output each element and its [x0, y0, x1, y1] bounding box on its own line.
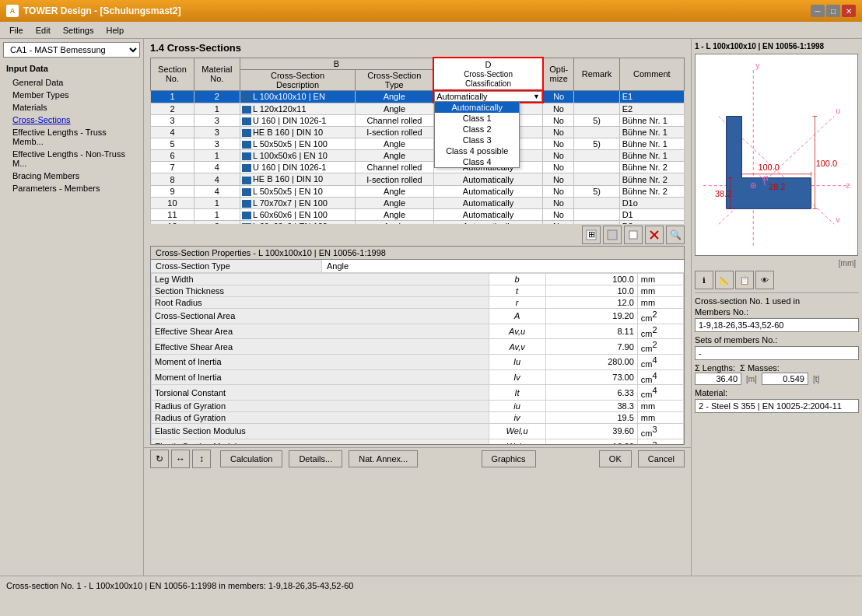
- table-cell-mat: 3: [194, 127, 240, 138]
- table-cell-remark: [574, 173, 619, 185]
- ok-button[interactable]: OK: [599, 450, 632, 467]
- table-cell-type: Channel rolled: [356, 162, 433, 173]
- prop-symbol: A: [489, 309, 545, 324]
- dropdown-option[interactable]: Class 4: [435, 156, 519, 167]
- lengths-unit: [m]: [746, 375, 757, 383]
- close-button[interactable]: ✕: [842, 5, 856, 17]
- table-cell-classif[interactable]: Automatically: [433, 197, 543, 208]
- minimize-button[interactable]: ─: [811, 5, 825, 17]
- mm-label: [mm]: [695, 259, 859, 268]
- table-cell-no: 7: [151, 162, 194, 173]
- rotate-button[interactable]: ↻: [150, 450, 169, 468]
- svg-text:y: y: [755, 61, 760, 70]
- table-cell-classif[interactable]: Automatically: [433, 185, 543, 197]
- table-cell-classif[interactable]: Automatically: [433, 208, 543, 220]
- menu-help[interactable]: Help: [100, 24, 130, 37]
- sidebar-item-cross-sections[interactable]: Cross-Sections: [0, 114, 143, 126]
- table-cell-desc: L 120x120x11: [240, 103, 355, 115]
- table-cell-comment: Bühne Nr. 2: [619, 185, 684, 197]
- flip-h-button[interactable]: ↔: [171, 450, 190, 468]
- table-cell-type: Angle: [356, 150, 433, 162]
- table-cell-mat: 1: [194, 103, 240, 115]
- sidebar-item-eff-lengths-nontruss[interactable]: Effective Lengths - Non-Truss M...: [0, 148, 143, 170]
- prop-unit: mm: [637, 274, 683, 285]
- cross-section-diagram: 100.0 38.2 100.0 28.2 z y: [695, 54, 858, 256]
- main-container: CA1 - MAST Bemessung Input Data General …: [0, 39, 862, 576]
- svg-text:z: z: [846, 180, 850, 190]
- prop-unit: mm: [637, 297, 683, 309]
- col-b-header: MaterialNo.: [194, 58, 240, 90]
- filter-button[interactable]: 🔍: [666, 226, 685, 244]
- maximize-button[interactable]: □: [826, 5, 840, 17]
- prop-value: 280.00: [545, 354, 637, 369]
- menu-settings[interactable]: Settings: [57, 24, 100, 37]
- table-cell-type: Angle: [356, 103, 433, 115]
- prop-unit: mm: [637, 285, 683, 297]
- sidebar-item-materials[interactable]: Materials: [0, 101, 143, 114]
- svg-text:v: v: [836, 215, 840, 224]
- lengths-values-row: 36.40 [m] 0.549 [t]: [695, 373, 859, 385]
- delete-button[interactable]: [645, 226, 664, 244]
- prop-label: Leg Width: [152, 274, 489, 285]
- cs-view-button[interactable]: 📋: [735, 271, 754, 289]
- right-toolbar: ℹ 📐 📋 👁: [695, 271, 859, 289]
- menu-edit[interactable]: Edit: [30, 24, 57, 37]
- table-cell-type: Angle: [356, 208, 433, 220]
- dropdown-option[interactable]: Class 3: [435, 135, 519, 145]
- right-panel-title: 1 - L 100x100x10 | EN 10056-1:1998: [695, 42, 859, 51]
- ca-select[interactable]: CA1 - MAST Bemessung: [3, 42, 140, 58]
- table-cell-comment: D1: [619, 208, 684, 220]
- sidebar-dropdown[interactable]: CA1 - MAST Bemessung: [3, 42, 140, 58]
- prop-symbol: Av,v: [489, 339, 545, 355]
- sidebar-item-eff-lengths-truss[interactable]: Effective Lengths - Truss Memb...: [0, 126, 143, 148]
- sidebar-item-member-types[interactable]: Member Types: [0, 89, 143, 101]
- prop-value: 19.5: [545, 411, 637, 423]
- prop-unit: cm4: [637, 385, 683, 401]
- info-button[interactable]: ℹ: [695, 271, 713, 289]
- cross-sections-table: SectionNo. MaterialNo. B DCross-SectionC…: [150, 57, 685, 224]
- flip-v-button[interactable]: ↕: [192, 450, 211, 468]
- prop-symbol: iu: [489, 400, 545, 411]
- sidebar-item-bracing[interactable]: Bracing Members: [0, 170, 143, 182]
- paste-button[interactable]: [624, 226, 643, 244]
- prop-label: Radius of Gyration: [152, 400, 489, 411]
- nat-annex-button[interactable]: Nat. Annex...: [349, 450, 418, 467]
- cs-props-button[interactable]: 📐: [715, 271, 734, 289]
- table-cell-no: 11: [151, 208, 194, 220]
- sidebar-item-parameters[interactable]: Parameters - Members: [0, 182, 143, 194]
- table-cell-classif[interactable]: Automatically: [433, 220, 543, 224]
- prop-label: Moment of Inertia: [152, 369, 489, 385]
- classif-dropdown-0[interactable]: Automatically▼ AutomaticallyClass 1Class…: [434, 91, 542, 102]
- table-scroll[interactable]: SectionNo. MaterialNo. B DCross-SectionC…: [150, 57, 685, 224]
- prop-label: Effective Shear Area: [152, 324, 489, 339]
- prop-value: 7.90: [545, 339, 637, 355]
- graphics-button[interactable]: Graphics: [482, 450, 536, 467]
- material-label: Material:: [695, 388, 859, 397]
- dropdown-option[interactable]: Class 1: [435, 113, 519, 124]
- table-cell-classif[interactable]: Automatically▼ AutomaticallyClass 1Class…: [433, 90, 543, 103]
- copy-button[interactable]: [603, 226, 622, 244]
- cs-render-button[interactable]: 👁: [755, 271, 774, 289]
- prop-label: Elastic Section Modulus: [152, 423, 489, 439]
- prop-type-value: Angle: [322, 260, 684, 272]
- table-cell-optimize: No: [543, 150, 574, 162]
- dropdown-option[interactable]: Class 2: [435, 124, 519, 135]
- dropdown-option[interactable]: Class 4 possible: [435, 145, 519, 156]
- properties-scroll[interactable]: Leg Width b 100.0 mm Section Thickness t…: [151, 273, 684, 444]
- menu-file[interactable]: File: [3, 24, 30, 37]
- calculation-button[interactable]: Calculation: [220, 450, 282, 467]
- cancel-button[interactable]: Cancel: [638, 450, 685, 467]
- table-cell-classif[interactable]: Automatically: [433, 173, 543, 185]
- prop-label: Section Thickness: [152, 285, 489, 297]
- title-bar-controls[interactable]: ─ □ ✕: [811, 5, 856, 17]
- table-cell-no: 3: [151, 115, 194, 127]
- sidebar-item-general-data[interactable]: General Data: [0, 76, 143, 89]
- table-cell-no: 6: [151, 150, 194, 162]
- table-cell-optimize: No: [543, 103, 574, 115]
- prop-symbol: t: [489, 285, 545, 297]
- table-cell-optimize: No: [543, 127, 574, 138]
- add-row-button[interactable]: ⊞: [582, 226, 601, 244]
- dropdown-option[interactable]: Automatically: [435, 102, 519, 113]
- prop-symbol: r: [489, 297, 545, 309]
- details-button[interactable]: Details...: [289, 450, 342, 467]
